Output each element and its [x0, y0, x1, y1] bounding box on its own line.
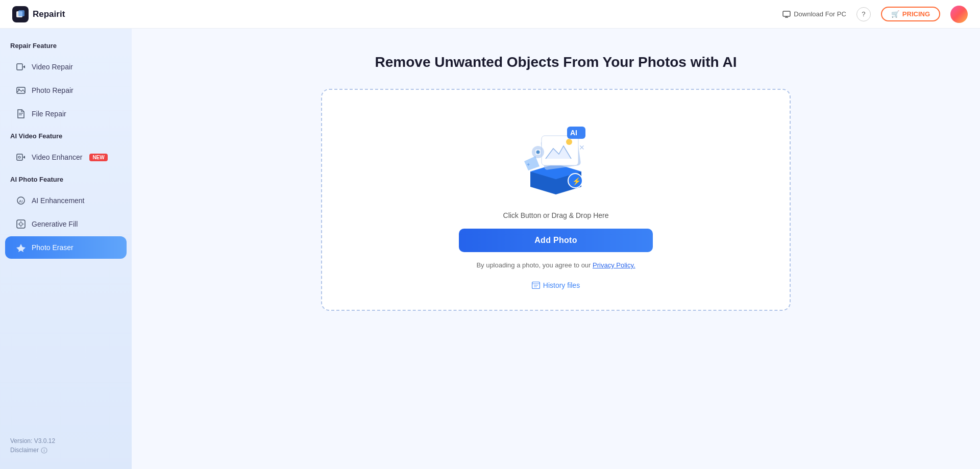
- svg-marker-12: [23, 156, 25, 159]
- ai-video-label: AI Video Feature: [0, 132, 132, 145]
- logo-icon: [12, 6, 29, 22]
- svg-text:AI: AI: [19, 199, 23, 204]
- svg-rect-1: [18, 10, 24, 16]
- version-text: Version: V3.0.12: [10, 437, 121, 445]
- history-label: History files: [543, 281, 580, 289]
- svg-point-25: [44, 449, 44, 449]
- photo-repair-label: Photo Repair: [32, 86, 74, 94]
- svg-point-17: [19, 223, 22, 226]
- svg-rect-30: [542, 136, 578, 165]
- sidebar-item-video-enhancer[interactable]: Video Enhancer NEW: [5, 146, 127, 168]
- svg-point-13: [18, 156, 20, 158]
- privacy-text: By uploading a photo, you agree to our P…: [476, 261, 635, 269]
- info-icon: [41, 447, 47, 454]
- sidebar-item-photo-eraser[interactable]: Photo Eraser: [5, 236, 127, 259]
- sidebar-footer: Version: V3.0.12 Disclaimer: [0, 432, 132, 459]
- logo-text: Repairit: [33, 9, 65, 19]
- page-title: Remove Unwanted Objects From Your Photos…: [375, 54, 737, 70]
- sidebar-item-file-repair[interactable]: File Repair: [5, 103, 127, 125]
- ai-photo-label: AI Photo Feature: [0, 176, 132, 188]
- header-right: Download For PC ? 🛒 PRICING: [782, 6, 968, 23]
- history-files-link[interactable]: History files: [532, 281, 580, 289]
- drop-illustration: ⚡ AI: [510, 115, 602, 202]
- download-label: Download For PC: [794, 10, 846, 18]
- new-badge: NEW: [89, 154, 107, 161]
- file-repair-icon: [15, 108, 27, 119]
- svg-point-32: [566, 139, 572, 145]
- video-repair-label: Video Repair: [32, 63, 73, 71]
- photo-eraser-label: Photo Eraser: [32, 243, 74, 252]
- pricing-icon: 🛒: [891, 10, 899, 18]
- add-photo-button[interactable]: Add Photo: [459, 229, 653, 252]
- help-button[interactable]: ?: [856, 7, 871, 21]
- file-repair-label: File Repair: [32, 110, 66, 118]
- disclaimer-link[interactable]: Disclaimer: [10, 447, 121, 454]
- history-icon: [532, 282, 540, 289]
- sidebar-item-ai-enhancement[interactable]: AI AI Enhancement: [5, 189, 127, 212]
- ai-enhancement-label: AI Enhancement: [32, 196, 85, 205]
- photo-eraser-icon: [15, 242, 27, 253]
- main-layout: Repair Feature Video Repair: [0, 29, 980, 469]
- download-pc-button[interactable]: Download For PC: [782, 10, 846, 18]
- video-repair-icon: [15, 61, 27, 72]
- svg-text:⚡: ⚡: [572, 177, 581, 186]
- video-enhancer-icon: [15, 152, 27, 163]
- header: Repairit Download For PC ? 🛒 PRICING: [0, 0, 980, 29]
- pricing-button[interactable]: 🛒 PRICING: [881, 7, 940, 21]
- svg-marker-6: [23, 65, 25, 68]
- svg-point-37: [536, 151, 540, 154]
- pricing-label: PRICING: [902, 10, 930, 18]
- svg-marker-22: [16, 244, 26, 252]
- main-content: Remove Unwanted Objects From Your Photos…: [132, 29, 980, 469]
- avatar[interactable]: [950, 6, 968, 23]
- svg-text:AI: AI: [570, 129, 577, 137]
- svg-rect-11: [17, 154, 22, 160]
- svg-rect-2: [783, 11, 790, 16]
- svg-text:✕: ✕: [579, 143, 585, 152]
- video-enhancer-label: Video Enhancer: [32, 153, 82, 161]
- photo-repair-icon: [15, 85, 27, 96]
- privacy-policy-link[interactable]: Privacy Policy.: [593, 261, 635, 269]
- sidebar-item-generative-fill[interactable]: Generative Fill: [5, 213, 127, 235]
- ai-enhancement-icon: AI: [15, 195, 27, 206]
- drop-instruction: Click Button or Drag & Drop Here: [503, 211, 609, 219]
- logo: Repairit: [12, 6, 65, 22]
- sidebar-item-photo-repair[interactable]: Photo Repair: [5, 79, 127, 102]
- svg-rect-7: [17, 87, 25, 93]
- repair-feature-label: Repair Feature: [0, 42, 132, 55]
- generative-fill-label: Generative Fill: [32, 220, 78, 228]
- sidebar: Repair Feature Video Repair: [0, 29, 132, 469]
- monitor-icon: [782, 11, 791, 18]
- sidebar-content: Repair Feature Video Repair: [0, 39, 132, 260]
- svg-rect-5: [17, 64, 22, 70]
- generative-fill-icon: [15, 218, 27, 230]
- sidebar-item-video-repair[interactable]: Video Repair: [5, 56, 127, 78]
- drop-zone[interactable]: ⚡ AI: [321, 89, 791, 311]
